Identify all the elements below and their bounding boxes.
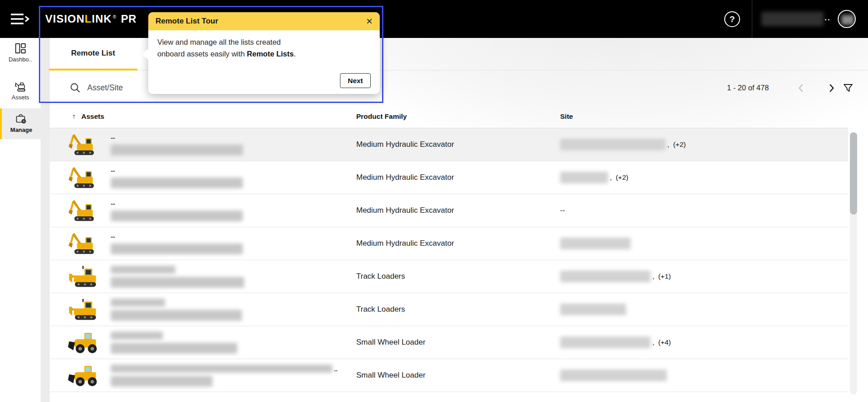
column-header-site[interactable]: Site: [560, 112, 848, 121]
asset-text: --: [111, 134, 243, 155]
site-cell: --: [560, 206, 848, 215]
asset-text: [111, 266, 244, 288]
product-family-cell: Medium Hydraulic Excavator: [356, 140, 560, 149]
table-row[interactable]: --Medium Hydraulic Excavator, (+2): [50, 128, 848, 161]
menu-expand-icon[interactable]: [10, 13, 31, 25]
asset-text: [111, 299, 242, 321]
asset-cell: [68, 293, 356, 326]
site-cell: , (+4): [560, 337, 848, 348]
table-row[interactable]: --Medium Hydraulic Excavator, (+2): [50, 161, 848, 194]
asset-details-redacted: [111, 343, 237, 354]
site-more-badge[interactable]: , (+1): [652, 272, 671, 280]
tab-remote-list[interactable]: Remote List: [49, 38, 137, 70]
site-value-redacted: [560, 139, 665, 150]
asset-name: --: [111, 167, 243, 174]
help-icon[interactable]: ?: [724, 11, 740, 27]
excavator-icon: [68, 165, 111, 190]
site-cell: , (+1): [560, 271, 848, 282]
header-divider: [752, 0, 752, 38]
asset-details-redacted: [111, 310, 242, 321]
product-family-cell: Track Loaders: [356, 272, 560, 281]
product-family-cell: Medium Hydraulic Excavator: [356, 239, 560, 248]
tour-popup-header: Remote List Tour ×: [148, 12, 380, 30]
close-icon[interactable]: ×: [366, 17, 373, 26]
sidebar-item-assets[interactable]: Assets: [0, 80, 41, 101]
product-family-cell: Small Wheel Loader: [356, 338, 560, 347]
pagination-next-icon[interactable]: [826, 83, 837, 93]
next-button[interactable]: Next: [340, 73, 371, 88]
wheel-loader-icon: [68, 363, 111, 388]
table-row[interactable]: --Medium Hydraulic Excavator: [50, 227, 848, 260]
asset-cell: [68, 326, 356, 359]
asset-details-redacted: [111, 243, 243, 254]
asset-text: --: [111, 200, 243, 221]
asset-name: --: [111, 200, 243, 207]
assets-icon: [14, 80, 26, 92]
site-value-redacted: [560, 172, 608, 183]
excavator-icon: [68, 231, 111, 256]
table-scrollbar[interactable]: [850, 132, 857, 394]
site-more-badge[interactable]: , (+4): [652, 338, 671, 346]
manage-icon: [15, 113, 27, 125]
table-row[interactable]: ..Small Wheel Loader: [50, 359, 848, 392]
content-gutter: [41, 103, 50, 402]
tour-title: Remote List Tour: [156, 17, 366, 26]
wheel-loader-icon: [68, 330, 111, 355]
asset-cell: [68, 260, 356, 293]
filter-icon[interactable]: [843, 83, 854, 93]
asset-text: [111, 332, 237, 354]
scrollbar-thumb[interactable]: [850, 132, 857, 215]
product-family-cell: Track Loaders: [356, 305, 560, 314]
avatar-image-redacted: [841, 15, 854, 25]
asset-details-redacted: [111, 210, 243, 221]
asset-details-redacted: [111, 178, 243, 188]
search-icon: [70, 83, 80, 93]
asset-cell: --: [68, 161, 356, 194]
asset-name: --: [111, 233, 243, 240]
tour-popup: Remote List Tour × View and manage all t…: [148, 12, 380, 94]
table-header-row: ↑Assets Product Family Site: [50, 105, 848, 128]
asset-text: --: [111, 167, 243, 188]
site-value-redacted: [560, 369, 667, 381]
site-more-badge[interactable]: , (+2): [667, 140, 686, 149]
excavator-icon: [68, 198, 111, 223]
asset-cell: --: [68, 227, 356, 260]
column-header-assets[interactable]: ↑Assets: [72, 112, 356, 121]
user-name-redacted: [761, 12, 824, 26]
asset-details-redacted: [111, 145, 243, 155]
site-value-redacted: [560, 238, 631, 249]
asset-cell: --: [68, 128, 356, 161]
asset-details-redacted: [111, 376, 212, 387]
asset-cell: --: [68, 194, 356, 227]
asset-name: --: [111, 134, 243, 141]
table-body: --Medium Hydraulic Excavator, (+2)--Medi…: [50, 128, 848, 392]
sort-ascending-icon: ↑: [72, 112, 76, 120]
excavator-icon: [68, 132, 111, 157]
column-header-product-family[interactable]: Product Family: [356, 112, 560, 121]
site-value-redacted: [560, 337, 651, 348]
product-family-cell: Medium Hydraulic Excavator: [356, 173, 560, 182]
product-family-cell: Small Wheel Loader: [356, 371, 560, 380]
site-cell: [560, 369, 848, 381]
user-name-ellipsis: ..: [825, 14, 830, 23]
table-row[interactable]: --Medium Hydraulic Excavator--: [50, 194, 848, 227]
asset-name-redacted: [111, 299, 165, 307]
asset-text: ..: [111, 365, 338, 387]
site-cell: [560, 238, 848, 249]
top-header-bar: VISIONLINK® PR ? ..: [0, 0, 868, 38]
sidebar: Dashbo.. Assets: [0, 38, 41, 402]
table-row[interactable]: Track Loaders, (+1): [50, 260, 848, 293]
asset-name-redacted: [111, 365, 332, 373]
site-more-badge[interactable]: , (+2): [610, 173, 628, 182]
table-row[interactable]: Track Loaders: [50, 293, 848, 326]
sidebar-item-manage[interactable]: Manage: [0, 108, 41, 139]
site-value-redacted: [560, 271, 651, 282]
site-value: --: [560, 206, 565, 215]
avatar[interactable]: [838, 10, 856, 28]
sidebar-item-dashboard[interactable]: Dashbo..: [0, 42, 41, 63]
site-cell: [560, 304, 848, 315]
site-cell: , (+2): [560, 139, 848, 150]
table-row[interactable]: Small Wheel Loader, (+4): [50, 326, 848, 359]
asset-cell: ..: [68, 359, 356, 392]
pagination-prev-icon[interactable]: [796, 83, 807, 93]
